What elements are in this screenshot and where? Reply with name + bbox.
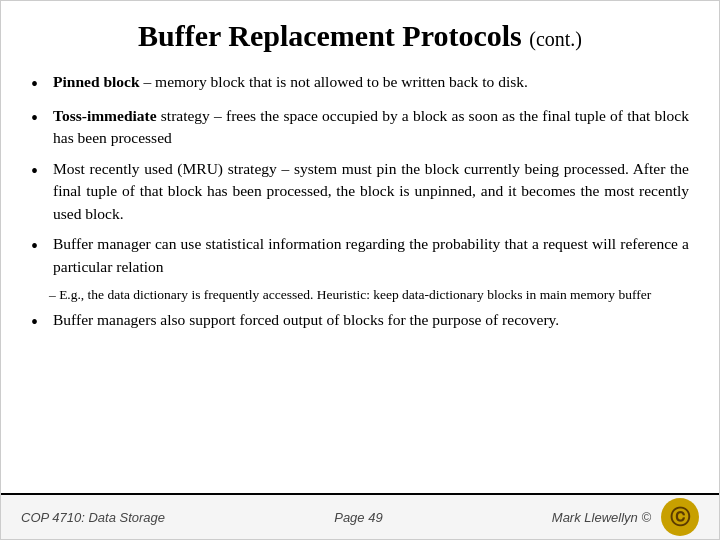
slide-footer: COP 4710: Data Storage Page 49 Mark Llew… xyxy=(1,493,719,539)
bullet-item-2: • Toss-immediate strategy – frees the sp… xyxy=(31,105,689,150)
bullet-text-4: Buffer manager can use statistical infor… xyxy=(53,233,689,278)
title-cont: (cont.) xyxy=(529,28,582,50)
footer-right-wrap: Mark Llewellyn © ⓒ xyxy=(552,498,699,536)
bullet-item-4: • Buffer manager can use statistical inf… xyxy=(31,233,689,278)
bullet-dot-2: • xyxy=(31,105,49,131)
footer-page: Page 49 xyxy=(334,510,382,525)
slide-content: • Pinned block – memory block that is no… xyxy=(1,63,719,493)
bullet-text-5: Buffer managers also support forced outp… xyxy=(53,309,689,331)
bullet-dot-5: • xyxy=(31,309,49,335)
footer-course: COP 4710: Data Storage xyxy=(21,510,165,525)
slide-title: Buffer Replacement Protocols (cont.) xyxy=(31,19,689,53)
bullet-text-1: Pinned block – memory block that is not … xyxy=(53,71,689,93)
bullet-bold-1: Pinned block xyxy=(53,73,140,90)
bullet-rest-1: – memory block that is not allowed to be… xyxy=(140,73,528,90)
sub-bullet-1: – E.g., the data dictionary is frequentl… xyxy=(49,286,689,305)
bullet-bold-2: Toss-immediate xyxy=(53,107,157,124)
footer-author: Mark Llewellyn © xyxy=(552,510,651,525)
slide: Buffer Replacement Protocols (cont.) • P… xyxy=(0,0,720,540)
bullet-dot-4: • xyxy=(31,233,49,259)
bullet-item-1: • Pinned block – memory block that is no… xyxy=(31,71,689,97)
bullet-text-2: Toss-immediate strategy – frees the spac… xyxy=(53,105,689,150)
bullet-dot-3: • xyxy=(31,158,49,184)
slide-header: Buffer Replacement Protocols (cont.) xyxy=(1,1,719,63)
bullet-item-3: • Most recently used (MRU) strategy – sy… xyxy=(31,158,689,225)
footer-logo: ⓒ xyxy=(661,498,699,536)
title-main: Buffer Replacement Protocols xyxy=(138,19,522,52)
bullet-dot-1: • xyxy=(31,71,49,97)
sub-bullet-text-1: – E.g., the data dictionary is frequentl… xyxy=(49,287,651,302)
bullet-text-3: Most recently used (MRU) strategy – syst… xyxy=(53,158,689,225)
logo-letter: ⓒ xyxy=(670,504,690,531)
bullet-item-5: • Buffer managers also support forced ou… xyxy=(31,309,689,335)
